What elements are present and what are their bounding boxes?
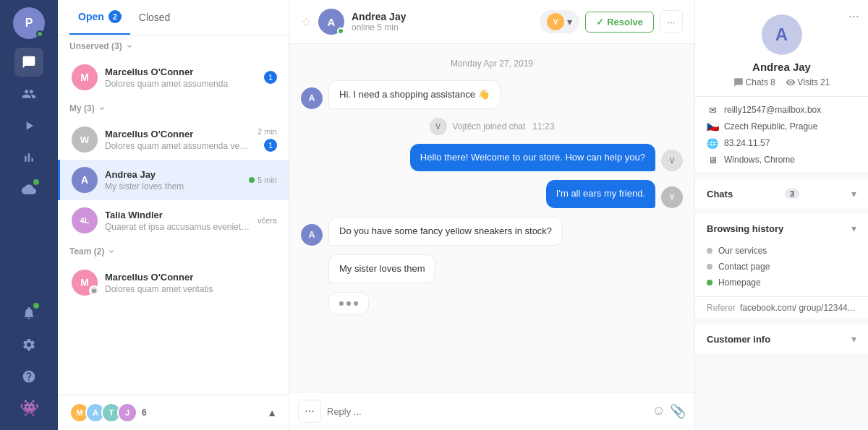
- footer-chevron-icon[interactable]: ▲: [267, 407, 277, 418]
- agent-avatars: M A T J: [69, 403, 137, 423]
- list-item: Our services: [707, 246, 856, 256]
- header-contact-info: Andrea Jay online 5 min: [352, 11, 532, 33]
- user-avatar[interactable]: P: [13, 7, 45, 39]
- messages-area: Monday Apr 27, 2019 A Hi. I need a shopp…: [289, 44, 694, 392]
- chat-info: Marcellus O'Conner Dolores quam amet ass…: [105, 129, 250, 151]
- browsing-list: Our services Contact page Homepage: [695, 243, 868, 296]
- dot-icon-active: [707, 280, 712, 285]
- header-actions: V ▾ ✓ Resolve ···: [540, 10, 683, 33]
- avatar: M M: [72, 270, 98, 296]
- customer-info-section: Customer info ▾: [695, 324, 868, 353]
- agent-message-avatar-sm: V: [661, 186, 683, 208]
- flag-icon: 🇨🇿: [707, 121, 718, 132]
- browsing-section-toggle[interactable]: Browsing history ▾: [695, 214, 868, 243]
- tab-closed[interactable]: Closed: [130, 0, 179, 35]
- sidebar-item-settings[interactable]: [14, 330, 43, 359]
- tab-open[interactable]: Open 2: [69, 0, 130, 35]
- attachment-button[interactable]: 📎: [670, 403, 686, 419]
- sidebar-item-integrations[interactable]: [14, 175, 43, 204]
- date-divider: Monday Apr 27, 2019: [301, 59, 683, 69]
- sidebar-item-chat[interactable]: [14, 48, 43, 77]
- agent-selector[interactable]: V ▾: [540, 10, 579, 33]
- chat-list-footer: M A T J 6 ▲: [58, 395, 289, 430]
- header-online-dot: [337, 27, 344, 35]
- message-row: I'm all ears my friend. V: [301, 180, 683, 207]
- message-row: My sister loves them: [301, 254, 683, 283]
- user-bubble: Do you have some fancy yellow sneakers i…: [328, 217, 563, 246]
- reply-action-buttons: ☺ 📎: [652, 403, 686, 419]
- detail-location: 🇨🇿 Czech Republic, Prague: [707, 121, 856, 132]
- customer-info-chevron-icon: ▾: [851, 333, 856, 345]
- chat-info: Marcellus O'Conner Dolores quam amet ver…: [105, 272, 277, 294]
- chat-list-content: Unserved (3) M Marcellus O'Conner Dolore…: [58, 35, 289, 395]
- avatar: M: [72, 64, 98, 90]
- open-tab-badge: 2: [109, 10, 122, 23]
- profile-more-button[interactable]: ···: [848, 9, 859, 24]
- reply-input[interactable]: [327, 406, 647, 417]
- agent-message-avatar: V: [661, 150, 683, 171]
- referer-info: Referer facebook.com/ group/12344...: [695, 296, 868, 319]
- user-message-avatar: A: [301, 87, 323, 109]
- unread-badge: 1: [264, 71, 277, 84]
- avatar: W: [72, 126, 98, 152]
- online-dot: [249, 177, 255, 183]
- message-row: Hello there! Welcome to our store. How c…: [301, 144, 683, 171]
- list-item[interactable]: M M Marcellus O'Conner Dolores quam amet…: [58, 262, 289, 303]
- chat-info: Talia Windler Quaerat et ipsa accusamus …: [105, 210, 250, 232]
- resolve-button[interactable]: ✓ Resolve: [585, 12, 654, 33]
- sidebar: P 👾: [0, 0, 58, 430]
- chat-header: ☆ A Andrea Jay online 5 min V ▾ ✓ Resolv…: [289, 0, 694, 44]
- detail-ip: 🌐 83.24.11.57: [707, 137, 856, 149]
- monitor-icon: 🖥: [707, 154, 718, 165]
- list-item[interactable]: M Marcellus O'Conner Dolores quam amet a…: [58, 57, 289, 98]
- chat-main: ☆ A Andrea Jay online 5 min V ▾ ✓ Resolv…: [289, 0, 694, 430]
- section-my[interactable]: My (3): [58, 98, 289, 119]
- contact-profile: ··· A Andrea Jay Chats 8 Visits 21: [695, 0, 868, 97]
- agent-bubble: Hello there! Welcome to our store. How c…: [410, 144, 655, 171]
- right-panel: ··· A Andrea Jay Chats 8 Visits 21 ✉ rei…: [694, 0, 868, 430]
- section-team[interactable]: Team (2): [58, 241, 289, 262]
- contact-stats: Chats 8 Visits 21: [733, 77, 830, 87]
- section-unserved[interactable]: Unserved (3): [58, 35, 289, 57]
- avatar: A: [72, 167, 98, 193]
- contact-large-avatar: A: [762, 14, 802, 55]
- list-item: Homepage: [707, 278, 856, 288]
- typing-indicator: [328, 292, 369, 315]
- chat-info: Marcellus O'Conner Dolores quam amet ass…: [105, 66, 257, 89]
- sidebar-logo: 👾: [14, 394, 43, 423]
- typing-row: [301, 292, 683, 315]
- contact-name: Andrea Jay: [752, 61, 811, 73]
- chats-section-toggle[interactable]: Chats 3 ▾: [695, 179, 868, 208]
- reply-options-button[interactable]: ···: [298, 400, 321, 423]
- sidebar-item-help[interactable]: [14, 362, 43, 391]
- browsing-history-section: Browsing history ▾ Our services Contact …: [695, 214, 868, 319]
- chats-section: Chats 3 ▾: [695, 179, 868, 208]
- sidebar-item-campaigns[interactable]: [14, 111, 43, 140]
- reply-box: ··· ☺ 📎: [289, 392, 694, 430]
- message-row: A Hi. I need a shopping assistance 👋: [301, 80, 683, 109]
- agent-count: 6: [142, 408, 147, 418]
- list-item[interactable]: 4L Talia Windler Quaerat et ipsa accusam…: [58, 200, 289, 241]
- star-icon[interactable]: ☆: [301, 15, 311, 29]
- agent-avatar: V: [547, 13, 564, 30]
- chat-list-panel: Open 2 Closed Unserved (3) M Marcellus O…: [58, 0, 289, 430]
- list-item[interactable]: W Marcellus O'Conner Dolores quam amet a…: [58, 119, 289, 160]
- agent-bubble: I'm all ears my friend.: [546, 180, 655, 207]
- user-online-dot: [36, 30, 43, 38]
- chevron-down-icon: ▾: [567, 16, 572, 27]
- dot-icon: [707, 264, 712, 270]
- list-item-active[interactable]: A Andrea Jay My sister loves them 5 min: [58, 160, 289, 200]
- sidebar-item-contacts[interactable]: [14, 79, 43, 108]
- globe-icon: 🌐: [707, 137, 718, 149]
- user-bubble: Hi. I need a shopping assistance 👋: [328, 80, 501, 109]
- sidebar-item-notifications[interactable]: [14, 298, 43, 327]
- chats-chevron-icon: ▾: [851, 188, 856, 199]
- system-message: V Vojtěch joined chat 11:23: [301, 118, 683, 135]
- email-icon: ✉: [707, 104, 718, 116]
- more-options-button[interactable]: ···: [660, 10, 683, 33]
- customer-info-toggle[interactable]: Customer info ▾: [695, 324, 868, 353]
- emoji-button[interactable]: ☺: [652, 403, 665, 419]
- unread-badge: 1: [264, 139, 277, 152]
- user-message-avatar: A: [301, 224, 323, 246]
- sidebar-item-reports[interactable]: [14, 143, 43, 172]
